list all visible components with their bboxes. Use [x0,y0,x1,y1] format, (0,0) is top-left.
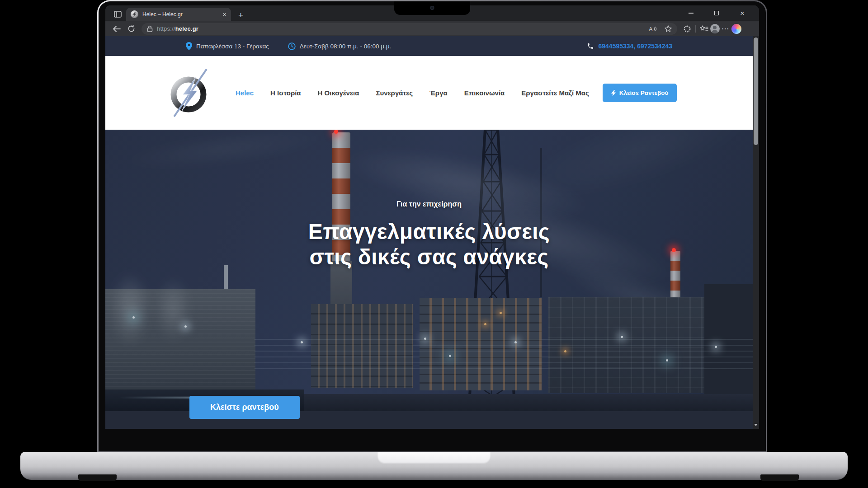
page-scrollbar[interactable] [753,36,759,429]
site-menu: Helec Η Ιστορία Η Οικογένεια Συνεργάτες … [236,89,589,97]
location-pin-icon [186,42,192,50]
favorite-star-icon[interactable] [663,23,674,34]
tab-close-icon[interactable]: × [222,11,226,18]
new-tab-button[interactable]: + [238,11,243,19]
tab-title: Helec – Helec.gr [142,11,219,18]
url-text: https://helec.gr [157,25,198,32]
browser-toolbar: https://helec.gr A [105,21,759,36]
close-button[interactable]: × [736,5,749,21]
favorites-bar-icon[interactable] [698,23,709,34]
maximize-button[interactable] [710,5,723,21]
browser-essentials-icon[interactable] [682,23,693,34]
scrollbar-thumb[interactable] [754,38,758,145]
scrollbar-down-arrow[interactable] [753,422,759,428]
laptop-mockup: Helec – Helec.gr × + × [0,0,868,488]
topbar-address: Παπαφλέσσα 13 - Γέρακας [186,42,269,50]
site-topbar: Παπαφλέσσα 13 - Γέρακας Δευτ-Σαββ 08:00 … [105,36,753,56]
hero-heading: Επαγγελματικές λύσεις στις δικές σας ανά… [105,219,753,270]
laptop-screen-bezel: Helec – Helec.gr × + × [97,0,767,453]
profile-avatar[interactable] [709,23,720,34]
hero-copy: Για την επιχείρηση Επαγγελματικές λύσεις… [105,200,753,270]
webcam-icon [430,6,434,10]
settings-more-icon[interactable]: ··· [720,23,731,34]
topbar-phones[interactable]: 6944595334, 6972534243 [587,42,672,50]
helec-logo[interactable] [167,68,212,118]
tab-favicon-icon [131,10,138,18]
book-appointment-button[interactable]: Κλείσε Ραντεβού [603,84,677,102]
site-navbar: Helec Η Ιστορία Η Οικογένεια Συνεργάτες … [105,56,753,130]
laptop-foot [760,474,799,481]
lock-icon [147,25,153,32]
clock-icon [288,42,296,50]
laptop-lid-notch [377,452,491,464]
toolbar-divider [695,25,696,33]
hero-section: Για την επιχείρηση Επαγγελματικές λύσεις… [105,130,753,411]
nav-item-synergates[interactable]: Συνεργάτες [376,89,413,97]
hero-kicker: Για την επιχείρηση [105,200,753,208]
laptop-foot [78,474,117,481]
address-bar[interactable]: https://helec.gr A [142,23,677,35]
bolt-icon [611,90,616,96]
window-controls: × [684,5,759,21]
nav-item-erga[interactable]: Έργα [429,89,448,97]
nav-item-oikogeneia[interactable]: Η Οικογένεια [318,89,359,97]
browser-window: Helec – Helec.gr × + × [105,5,759,429]
laptop-notch [394,1,470,15]
topbar-hours: Δευτ-Σαββ 08:00 π.μ. - 06:00 μ.μ. [288,42,391,50]
minimize-button[interactable] [684,5,698,21]
back-icon[interactable] [111,23,123,35]
hero-book-appointment-button[interactable]: Κλείστε ραντεβού [189,396,300,419]
warning-light [334,130,338,134]
nav-item-istoria[interactable]: Η Ιστορία [270,89,301,97]
copilot-icon[interactable] [731,23,742,34]
hero-overlay [105,130,753,411]
workspaces-icon[interactable] [110,8,125,20]
nav-item-helec[interactable]: Helec [236,89,254,97]
browser-tab-active[interactable]: Helec – Helec.gr × [126,8,231,21]
read-aloud-icon[interactable]: A [647,23,658,34]
page-viewport: Παπαφλέσσα 13 - Γέρακας Δευτ-Σαββ 08:00 … [105,36,759,429]
nav-item-ergasteite[interactable]: Εργαστείτε Μαζί Μας [521,89,589,97]
laptop-base [20,452,848,480]
phone-icon [587,42,594,50]
svg-text:A: A [649,26,653,32]
refresh-icon[interactable] [125,23,137,35]
nav-item-epikoinonia[interactable]: Επικοινωνία [464,89,505,97]
webpage: Παπαφλέσσα 13 - Γέρακας Δευτ-Σαββ 08:00 … [105,36,753,429]
laptop-screen: Helec – Helec.gr × + × [99,1,766,451]
